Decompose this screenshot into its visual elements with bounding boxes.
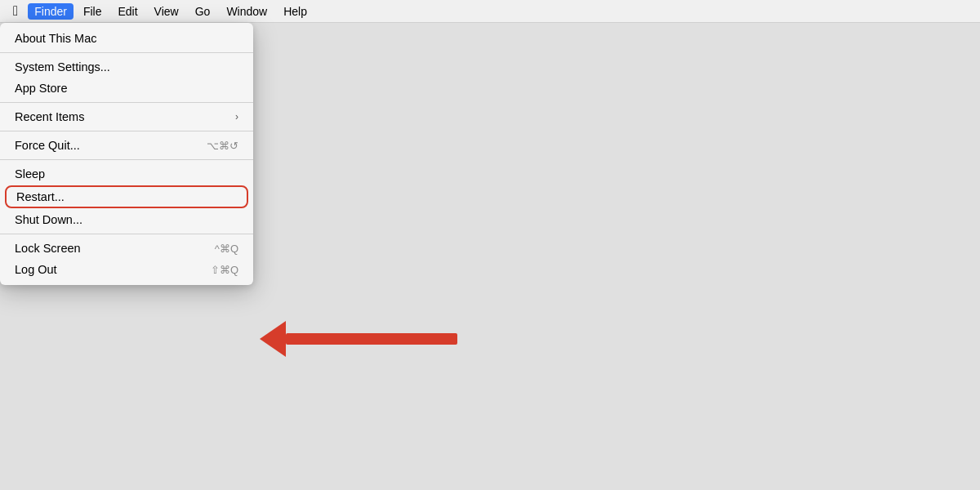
shut-down-label: Shut Down... <box>15 213 82 226</box>
shut-down-item[interactable]: Shut Down... <box>0 209 253 230</box>
arrow-shaft <box>286 333 457 345</box>
log-out-item[interactable]: Log Out ⇧⌘Q <box>0 259 253 280</box>
separator-1 <box>0 52 253 53</box>
lock-screen-item[interactable]: Lock Screen ^⌘Q <box>0 238 253 259</box>
recent-items-item[interactable]: Recent Items › <box>0 106 253 127</box>
sleep-item[interactable]: Sleep <box>0 163 253 185</box>
force-quit-item[interactable]: Force Quit... ⌥⌘↺ <box>0 135 253 156</box>
window-menu-item[interactable]: Window <box>220 3 274 20</box>
apple-dropdown-menu: About This Mac System Settings... App St… <box>0 23 253 285</box>
system-settings-item[interactable]: System Settings... <box>0 56 253 78</box>
lock-screen-shortcut: ^⌘Q <box>215 243 238 255</box>
separator-4 <box>0 159 253 160</box>
app-store-label: App Store <box>15 82 68 95</box>
arrow-annotation <box>261 321 457 357</box>
apple-menu-item[interactable]:  <box>7 2 24 21</box>
go-menu-item[interactable]: Go <box>189 3 217 20</box>
restart-label: Restart... <box>16 190 65 203</box>
help-menu-item[interactable]: Help <box>277 3 314 20</box>
restart-item[interactable]: Restart... <box>5 185 248 208</box>
force-quit-shortcut: ⌥⌘↺ <box>207 140 238 152</box>
arrow-head-icon <box>260 321 286 357</box>
recent-items-label: Recent Items <box>15 110 84 123</box>
log-out-shortcut: ⇧⌘Q <box>211 264 238 276</box>
lock-screen-label: Lock Screen <box>15 242 81 255</box>
about-this-mac-item[interactable]: About This Mac <box>0 28 253 49</box>
menubar:  Finder File Edit View Go Window Help <box>0 0 980 23</box>
app-store-item[interactable]: App Store <box>0 78 253 99</box>
force-quit-label: Force Quit... <box>15 139 80 152</box>
about-this-mac-label: About This Mac <box>15 32 96 45</box>
file-menu-item[interactable]: File <box>77 3 109 20</box>
system-settings-label: System Settings... <box>15 60 110 74</box>
log-out-label: Log Out <box>15 263 57 276</box>
view-menu-item[interactable]: View <box>148 3 185 20</box>
separator-5 <box>0 234 253 234</box>
separator-3 <box>0 131 253 131</box>
separator-2 <box>0 102 253 103</box>
finder-menu-item[interactable]: Finder <box>28 3 74 20</box>
edit-menu-item[interactable]: Edit <box>111 3 144 20</box>
sleep-label: Sleep <box>15 167 45 180</box>
recent-items-chevron-icon: › <box>235 111 238 122</box>
